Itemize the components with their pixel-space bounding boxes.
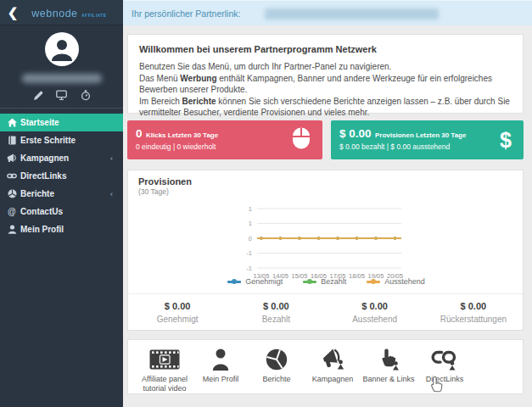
legend-marker (227, 281, 241, 283)
shortcut-berichte[interactable]: Berichte (249, 346, 305, 393)
provisions-label: Provisionen Letzten 30 Tage (375, 131, 466, 139)
mouse-icon (292, 127, 311, 153)
legend-marker (367, 281, 380, 283)
sidebar-item-label: Erste Schritte (20, 136, 76, 145)
pie-chart-icon (266, 346, 288, 372)
sidebar-item-label: Mein Profil (20, 225, 64, 234)
pencil-icon (33, 91, 43, 101)
provisions-sub: $ 0.00 bezahlt | $ 0.00 ausstehend (339, 142, 450, 151)
pie-chart-icon (7, 189, 17, 199)
mouse-cursor (430, 376, 445, 397)
timer-button[interactable] (80, 90, 92, 101)
sidebar-item-label: DirectLinks (20, 171, 66, 181)
avatar (45, 32, 79, 66)
book-icon (7, 136, 17, 146)
sidebar-item-label: Kampagnen (20, 153, 69, 163)
megaphone-icon (320, 346, 345, 372)
at-icon: @ (7, 207, 17, 217)
sidebar-item-label: ContactUs (20, 207, 63, 216)
user-icon (212, 346, 229, 372)
totals-row: $ 0.00 Genehmigt $ 0.00 Bezahlt $ 0.00 A… (128, 293, 523, 331)
partner-link-bar: Ihr persönlicher Partnerlink: (123, 0, 532, 25)
collapse-sidebar-button[interactable]: ❮ (0, 0, 25, 25)
sidebar-item-label: Startseite (20, 118, 59, 127)
sidebar-item-mein-profil[interactable]: Mein Profil (0, 220, 123, 238)
sidebar-item-erste-schritte[interactable]: Erste Schritte (0, 131, 123, 149)
user-icon (45, 32, 79, 66)
svg-text:0: 0 (249, 235, 252, 243)
total-genehmigt: $ 0.00 Genehmigt (128, 294, 227, 331)
clicks-label: Klicks Letzten 30 Tage (146, 131, 218, 139)
sidebar-item-berichte[interactable]: Berichte ‹ (0, 185, 123, 203)
profile-block (0, 25, 123, 109)
shortcut-directlinks[interactable]: DirectLinks (417, 346, 473, 393)
brand-name: webnode (31, 8, 77, 20)
welcome-title: Willkommen bei unserem Partnerprogramm N… (139, 44, 512, 54)
sidebar-item-directlinks[interactable]: DirectLinks (0, 167, 123, 185)
legend-item-genehmigt[interactable]: Genehmigt (227, 277, 283, 286)
provisions-value: $ 0.00 (339, 127, 372, 140)
welcome-panel: Willkommen bei unserem Partnerprogramm N… (127, 34, 524, 114)
total-ausstehend: $ 0.00 Ausstehend (326, 294, 424, 331)
link-icon (7, 171, 17, 181)
redacted-partner-link[interactable] (265, 8, 439, 20)
shortcut-kampagnen[interactable]: Kampagnen (305, 346, 361, 393)
sidebar-menu: Startseite Erste Schritte Kampagnen ‹ Di… (0, 114, 123, 238)
home-icon (7, 118, 17, 128)
welcome-text: Benutzen Sie das Menü, um durch Ihr Part… (139, 61, 512, 119)
redacted-username (22, 74, 102, 83)
chain-links-icon (431, 346, 458, 372)
legend-item-bezahlt[interactable]: Bezahlt (303, 277, 346, 286)
sidebar-item-kampagnen[interactable]: Kampagnen ‹ (0, 149, 123, 167)
brand-logo[interactable]: webnode affiliate (25, 5, 123, 20)
sidebar-item-startseite[interactable]: Startseite (0, 114, 123, 131)
user-icon (7, 225, 17, 235)
svg-text:1: 1 (249, 220, 252, 227)
sidebar-item-label: Berichte (20, 189, 54, 198)
hand-click-icon (378, 346, 400, 372)
line-chart: 110-1-113/0514/0515/0516/0517/0518/0519/… (128, 194, 524, 282)
chevron-left-icon: ‹ (110, 154, 113, 163)
megaphone-icon (7, 153, 17, 164)
sidebar: ❮ webnode affiliate (0, 0, 123, 407)
welcome-line-1: Benutzen Sie das Menü, um durch Ihr Part… (139, 62, 391, 71)
dollar-icon: $ (500, 128, 512, 153)
total-rueckerstattungen: $ 0.00 Rückerstattungen (424, 294, 523, 331)
total-bezahlt: $ 0.00 Bezahlt (227, 294, 325, 331)
legend-marker (303, 281, 316, 283)
film-play-icon (149, 346, 180, 372)
sidebar-header: ❮ webnode affiliate (0, 0, 123, 25)
sidebar-divider (0, 108, 123, 109)
clicks-stat-card: 0 Klicks Letzten 30 Tage 0 eindeutig | 0… (127, 120, 322, 159)
brand-suffix: affiliate (81, 13, 107, 18)
chart-title: Provisionen (138, 176, 192, 187)
shortcuts-panel: Affiliate panel tutorial video Mein Prof… (127, 339, 524, 394)
chart-legend: Genehmigt Bezahlt Ausstehend (128, 277, 524, 286)
provisions-chart-panel: Provisionen (30 Tage) 110-1-113/0514/051… (127, 170, 524, 331)
edit-profile-button[interactable] (32, 90, 44, 101)
chevron-left-icon: ‹ (110, 190, 113, 198)
svg-text:-1: -1 (246, 249, 252, 257)
sidebar-item-contactus[interactable]: @ ContactUs (0, 203, 123, 220)
screen-button[interactable] (56, 90, 68, 101)
partner-link-label: Ihr persönlicher Partnerlink: (132, 8, 240, 19)
shortcut-mein-profil[interactable]: Mein Profil (193, 346, 249, 393)
legend-item-ausstehend[interactable]: Ausstehend (367, 277, 425, 286)
svg-text:1: 1 (249, 205, 252, 213)
shortcut-tutorial-video[interactable]: Affiliate panel tutorial video (137, 346, 193, 393)
svg-text:-1: -1 (246, 265, 252, 272)
provisions-stat-card: $ 0.00 Provisionen Letzten 30 Tage $ 0.0… (331, 120, 524, 159)
profile-actions (0, 90, 123, 101)
shortcut-banner-links[interactable]: Banner & Links (361, 346, 417, 393)
stopwatch-icon (81, 90, 91, 101)
monitor-icon (56, 90, 67, 101)
clicks-sub: 0 eindeutig | 0 wiederholt (136, 142, 216, 151)
clicks-value: 0 (136, 127, 143, 140)
